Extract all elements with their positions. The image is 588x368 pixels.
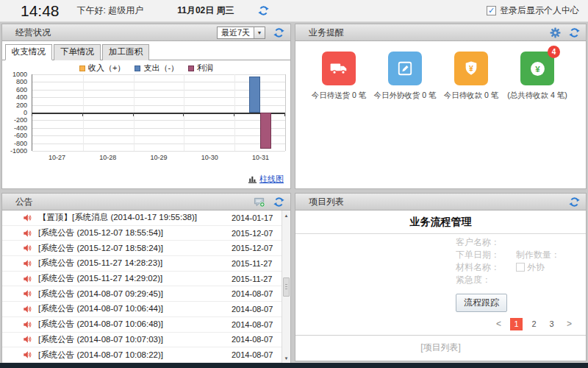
tile-label: 今日待收款 0 笔 (438, 91, 504, 101)
y-tick-label: 800 (5, 78, 27, 85)
x-tick-mark (82, 113, 83, 116)
pagination-page-2[interactable]: 2 (528, 318, 540, 330)
chart-type-link-wrap: 柱线图 (248, 174, 284, 185)
announcement-row[interactable]: [系统公告 (2015-12-07 18:55:54)]2015-12-07 (2, 226, 282, 241)
edit-icon[interactable] (388, 52, 422, 85)
announcement-row[interactable]: [系统公告 (2014-08-07 10:06:48)]2014-08-07 (2, 317, 282, 333)
speaker-icon (23, 229, 32, 238)
speaker-icon (23, 350, 32, 359)
select-value: 最近7天 (218, 27, 254, 38)
svg-text:¥: ¥ (469, 64, 473, 73)
chart-tabs: 收支情况下单情况加工面积 (2, 44, 290, 60)
announcement-row[interactable]: [系统公告 (2014-08-07 10:06:44)]2014-08-07 (2, 302, 282, 317)
yen-shield-icon[interactable]: ¥ (454, 52, 488, 85)
svg-text:¥: ¥ (535, 64, 540, 73)
business-status-panel: 经营状况 最近7天 ▼ 收支情况下单情况加工面积 收入（+）支出（-）利润 10… (1, 24, 291, 189)
scrollbar-thumb[interactable] (283, 277, 290, 297)
date-range-select[interactable]: 最近7天 ▼ (217, 26, 265, 39)
scroll-down-icon[interactable]: ▼ (282, 353, 290, 363)
outsource-checkbox[interactable]: 外协 (516, 261, 545, 274)
scrollbar[interactable]: ▲ ▼ (282, 210, 290, 363)
project-list-placeholder: [项目列表] (295, 342, 586, 354)
outsource-label: 外协 (527, 261, 545, 274)
announcement-text: [系统公告 (2014-08-07 09:29:45)] (38, 289, 163, 300)
pagination-page-3[interactable]: 3 (545, 318, 558, 330)
announcement-date: 2014-08-07 (232, 320, 273, 329)
business-status-header: 经营状况 最近7天 ▼ (2, 24, 290, 41)
announcement-row[interactable]: [系统公告 (2014-08-07 10:08:22)]2014-08-07 (2, 347, 282, 363)
announcement-row[interactable]: [系统公告 (2015-12-07 18:58:24)]2015-12-07 (2, 241, 282, 256)
chart-type-link[interactable]: 柱线图 (259, 174, 284, 185)
announcement-list: 【置顶】[系统消息 (2014-01-17 19:55:38)]2014-01-… (2, 210, 282, 363)
speaker-icon (23, 320, 32, 329)
x-tick-mark (183, 113, 184, 116)
legend-item: 收入（+） (79, 63, 125, 74)
x-tick-label: 10-31 (235, 154, 286, 161)
y-tick-label: -800 (5, 140, 27, 147)
gridline (32, 144, 285, 144)
reminder-tile[interactable]: 今日待送货 0 笔 (306, 52, 372, 101)
y-tick-label: 200 (5, 102, 27, 109)
panel-title: 经营状况 (15, 26, 51, 39)
business-reminders-panel: 业务提醒 今日待送货 0 笔今日外协收货 0 笔¥今日待收款 0 笔¥4(总共待… (295, 24, 587, 189)
scroll-up-icon[interactable]: ▲ (282, 210, 290, 220)
announcement-row[interactable]: [系统公告 (2014-08-07 09:29:45)]2014-08-07 (2, 286, 282, 302)
reminder-tile[interactable]: ¥今日待收款 0 笔 (438, 52, 504, 101)
checkbox-icon[interactable]: ✓ (487, 6, 496, 15)
refresh-icon[interactable] (273, 27, 284, 38)
x-tick-label: 10-29 (133, 154, 184, 161)
tab-0[interactable]: 收支情况 (5, 44, 52, 60)
process-track-button[interactable]: 流程跟踪 (456, 294, 507, 312)
bar-chart-icon (248, 174, 257, 184)
x-tick-label: 10-30 (184, 154, 235, 161)
add-comment-icon[interactable] (254, 197, 265, 208)
time-display: 14:48 (21, 2, 60, 20)
announcements-panel: 公告 【置顶】[系统消息 (2014-01-17 19:55:38)]2014-… (1, 193, 291, 363)
urgency-label: 紧急度： (456, 274, 491, 286)
y-tick-label: -1000 (5, 147, 27, 155)
reminder-tile[interactable]: 今日外协收货 0 笔 (372, 52, 438, 101)
announcement-text: [系统公告 (2014-08-07 10:06:44)] (38, 303, 163, 314)
y-tick-label: 600 (5, 86, 27, 93)
project-list-panel: 项目列表 业务流程管理 客户名称： 下单日期： 制作数量： 材料名称： 外协 紧… (295, 193, 587, 361)
refresh-icon[interactable] (273, 197, 284, 208)
announcement-row[interactable]: 【置顶】[系统消息 (2014-01-17 19:55:38)]2014-01-… (2, 210, 282, 226)
gridline (32, 74, 285, 75)
legend-item: 利润 (188, 63, 213, 74)
tab-2[interactable]: 加工面积 (102, 44, 149, 60)
gear-icon[interactable] (550, 27, 561, 38)
pagination-page-1[interactable]: 1 (510, 318, 523, 330)
pagination-prev[interactable]: < (492, 318, 505, 330)
y-tick-label: 400 (5, 93, 27, 101)
refresh-icon[interactable] (258, 5, 269, 16)
personal-center-checkbox[interactable]: ✓ 登录后显示个人中心 (487, 4, 579, 17)
refresh-icon[interactable] (569, 197, 580, 208)
pagination: <123> (492, 318, 576, 330)
announcement-row[interactable]: [系统公告 (2014-08-07 10:07:03)]2014-08-07 (2, 333, 282, 348)
truck-icon[interactable] (322, 52, 356, 85)
checkbox-icon[interactable] (516, 263, 525, 272)
announcement-row[interactable]: [系统公告 (2015-11-27 14:28:23)]2015-11-27 (2, 256, 282, 272)
reminder-tile[interactable]: ¥4(总共待收款 4 笔) (504, 52, 570, 101)
announcement-text: [系统公告 (2015-12-07 18:58:24)] (38, 243, 163, 254)
reminder-tiles: 今日待送货 0 笔今日外协收货 0 笔¥今日待收款 0 笔¥4(总共待收款 4 … (295, 41, 586, 101)
tile-label: 今日待送货 0 笔 (306, 91, 372, 101)
chart-legend: 收入（+）支出（-）利润 (2, 63, 290, 74)
window-bottom-edge (0, 363, 588, 368)
pagination-next[interactable]: > (563, 318, 576, 330)
legend-swatch (188, 66, 194, 71)
tab-1[interactable]: 下单情况 (54, 44, 101, 60)
announcement-date: 2015-11-27 (232, 259, 272, 268)
announcement-row[interactable]: [系统公告 (2015-11-27 14:29:02)]2015-11-27 (2, 272, 282, 287)
divider (295, 335, 586, 336)
bar-chart-plot (32, 74, 286, 151)
refresh-icon[interactable] (569, 27, 580, 38)
legend-swatch (79, 66, 85, 71)
gridline (32, 90, 285, 91)
zero-axis-line (32, 113, 285, 114)
announcement-text: [系统公告 (2015-11-27 14:29:02)] (38, 273, 162, 284)
speaker-icon (23, 259, 32, 268)
yen-circle-icon[interactable]: ¥4 (520, 52, 554, 85)
announcement-date: 2014-08-07 (232, 335, 273, 344)
x-tick-mark (234, 113, 234, 116)
